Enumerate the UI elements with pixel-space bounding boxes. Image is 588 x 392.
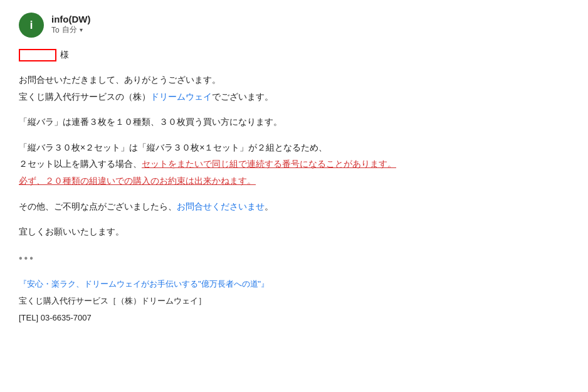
closing-text: 宜しくお願いいたします。 — [19, 226, 124, 236]
greeting-line2: 宝くじ購入代行サービスの（株）ドリームウェイでございます。 — [19, 92, 273, 102]
sender-info: info(DW) To 自分 ▾ — [51, 13, 90, 35]
to-recipient: 自分 — [62, 24, 77, 35]
inquiry-text: その他、ご不明な点がございましたら、お問合せくださいませ。 — [19, 201, 273, 211]
detail-line2-red: セットをまたいで同じ組で連続する番号になることがあります。 — [142, 159, 396, 169]
ellipsis: ••• — [19, 249, 569, 268]
name-input-box — [19, 49, 56, 61]
detail-line2: ２セット以上を購入する場合、セットをまたいで同じ組で連続する番号になることがあり… — [19, 159, 396, 169]
explanation-text: 「縦バラ」は連番３枚を１０種類、３０枚買う買い方になります。 — [19, 117, 282, 127]
to-line: To 自分 ▾ — [51, 24, 90, 35]
paragraph-closing: 宜しくお願いいたします。 — [19, 223, 569, 240]
to-label: To — [51, 26, 60, 34]
footer-company: 宝くじ購入代行サービス［（株）ドリームウェイ］ — [19, 294, 569, 309]
detail-line1: 「縦バラ３０枚×２セット」は「縦バラ３０枚×１セット」が２組となるため、 — [19, 142, 327, 152]
company-link[interactable]: ドリームウェイ — [150, 92, 212, 102]
footer-tel: [TEL] 03-6635-7007 — [19, 310, 569, 326]
footer-link[interactable]: 『安心・楽ラク、ドリームウェイがお手伝いする"億万長者への道"』 — [19, 279, 269, 289]
greeting-line1: お問合せいただきまして、ありがとうございます。 — [19, 75, 221, 85]
email-body: お問合せいただきまして、ありがとうございます。 宝くじ購入代行サービスの（株）ド… — [19, 72, 569, 326]
footer-link-line: 『安心・楽ラク、ドリームウェイがお手伝いする"億万長者への道"』 — [19, 277, 569, 292]
sama-label: 様 — [60, 50, 69, 61]
inquiry-link[interactable]: お問合せくださいませ — [177, 201, 265, 211]
recipient-line: 様 — [19, 49, 569, 61]
chevron-down-icon[interactable]: ▾ — [80, 26, 83, 33]
email-header: i info(DW) To 自分 ▾ — [19, 13, 569, 38]
paragraph-explanation: 「縦バラ」は連番３枚を１０種類、３０枚買う買い方になります。 — [19, 114, 569, 130]
paragraph-detail: 「縦バラ３０枚×２セット」は「縦バラ３０枚×１セット」が２組となるため、 ２セッ… — [19, 139, 569, 189]
paragraph-inquiry: その他、ご不明な点がございましたら、お問合せくださいませ。 — [19, 198, 569, 215]
avatar: i — [19, 13, 44, 38]
sender-name: info(DW) — [51, 14, 90, 24]
paragraph-greeting: お問合せいただきまして、ありがとうございます。 宝くじ購入代行サービスの（株）ド… — [19, 72, 569, 105]
detail-line3: 必ず、２０種類の組違いでの購入のお約束は出来かねます。 — [19, 176, 256, 186]
footer-section: 『安心・楽ラク、ドリームウェイがお手伝いする"億万長者への道"』 宝くじ購入代行… — [19, 277, 569, 326]
